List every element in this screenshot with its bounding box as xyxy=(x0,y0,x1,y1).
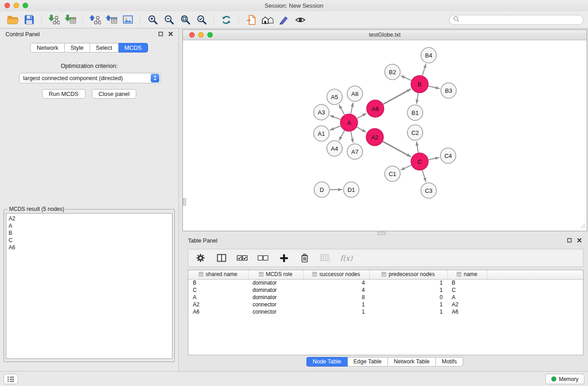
search-box[interactable] xyxy=(449,15,583,25)
function-builder-button[interactable]: f(x) xyxy=(340,252,352,264)
table-cell[interactable]: A xyxy=(188,294,248,301)
mcds-result-item[interactable]: A xyxy=(9,222,170,229)
show-hide-button[interactable] xyxy=(292,13,308,27)
tab-style[interactable]: Style xyxy=(65,43,90,52)
run-mcds-button[interactable]: Run MCDS xyxy=(42,89,86,99)
zoom-out-button[interactable] xyxy=(161,13,177,27)
delete-table-button[interactable] xyxy=(320,252,331,264)
graph-edge[interactable] xyxy=(383,142,411,157)
clone-network-button[interactable] xyxy=(243,13,259,27)
table-cell[interactable]: 1 xyxy=(369,301,447,308)
show-neighbors-button[interactable] xyxy=(259,13,276,27)
mcds-result-item[interactable]: A2 xyxy=(9,215,170,222)
graph-edge[interactable] xyxy=(422,170,426,182)
table-cell-filler[interactable] xyxy=(487,301,583,308)
graph-edge[interactable] xyxy=(351,132,353,143)
graph-node[interactable]: B2 xyxy=(385,64,400,80)
table-cell[interactable]: A2 xyxy=(447,301,487,308)
open-session-button[interactable] xyxy=(5,13,21,27)
graph-edge[interactable] xyxy=(383,89,411,105)
graph-node[interactable]: C4 xyxy=(440,148,456,163)
graph-edge[interactable] xyxy=(330,126,341,130)
table-row[interactable]: Bdominator41B xyxy=(188,279,583,286)
zoom-fit-button[interactable] xyxy=(177,13,193,27)
mcds-result-list[interactable]: A2ABCA6 xyxy=(6,213,172,359)
graph-node[interactable]: A2 xyxy=(366,129,383,146)
close-panel-button[interactable]: Close panel xyxy=(92,89,137,99)
table-cell[interactable]: dominator xyxy=(248,294,303,301)
graph-node[interactable]: A4 xyxy=(327,141,342,156)
add-column-button[interactable] xyxy=(278,252,290,264)
refresh-layout-button[interactable] xyxy=(218,13,234,27)
float-table-panel-icon[interactable] xyxy=(567,238,572,244)
search-input[interactable] xyxy=(462,17,579,23)
deselect-all-button[interactable] xyxy=(257,252,269,264)
graph-node[interactable]: D xyxy=(314,182,330,197)
save-session-button[interactable] xyxy=(21,13,37,27)
mcds-result-item[interactable]: C xyxy=(9,237,170,244)
graph-edge[interactable] xyxy=(429,86,440,88)
delete-column-button[interactable] xyxy=(299,252,311,264)
column-header-mcds-role[interactable]: MCDS role xyxy=(248,270,303,279)
table-settings-button[interactable] xyxy=(195,252,206,264)
table-cell[interactable]: A6 xyxy=(447,308,487,315)
graph-edge[interactable] xyxy=(330,115,341,119)
column-header-name[interactable]: name xyxy=(447,270,487,279)
close-panel-icon[interactable] xyxy=(168,31,173,38)
table-cell[interactable]: C xyxy=(188,286,248,294)
table-cell[interactable]: dominator xyxy=(248,286,303,294)
graph-node[interactable]: A8 xyxy=(347,86,363,101)
tab-mcds[interactable]: MCDS xyxy=(119,43,148,52)
column-header-shared-name[interactable]: shared name xyxy=(188,270,248,279)
graph-node[interactable]: C3 xyxy=(421,183,436,198)
import-network-button[interactable] xyxy=(46,13,62,27)
table-cell-filler[interactable] xyxy=(487,279,583,286)
mcds-result-item[interactable]: B xyxy=(9,229,170,237)
graph-node[interactable]: A3 xyxy=(314,105,329,120)
select-all-button[interactable] xyxy=(236,252,248,264)
table-cell[interactable]: 1 xyxy=(369,279,447,286)
network-canvas[interactable]: B4B2BB3A8A5A6A3B1AC2A1A2A4A7C4CC1DD1C3 xyxy=(183,41,586,230)
table-cell[interactable]: 4 xyxy=(303,286,369,294)
graph-edge[interactable] xyxy=(351,103,353,114)
graph-edge[interactable] xyxy=(357,113,367,118)
table-cell[interactable]: 1 xyxy=(303,301,369,308)
column-header-successor-nodes[interactable]: successor nodes xyxy=(303,270,369,279)
tab-node-table[interactable]: Node Table xyxy=(306,357,348,367)
graph-node[interactable]: C2 xyxy=(407,125,423,140)
graph-edge[interactable] xyxy=(357,127,366,132)
table-cell[interactable]: dominator xyxy=(248,279,303,286)
float-panel-icon[interactable] xyxy=(158,31,163,38)
network-window-titlebar[interactable]: testGlobe.txt xyxy=(183,30,587,40)
tab-network-table[interactable]: Network Table xyxy=(388,357,436,367)
graph-node[interactable]: B3 xyxy=(441,83,456,98)
export-table-button[interactable] xyxy=(103,13,120,27)
table-cell[interactable]: 1 xyxy=(369,308,447,315)
status-menu-button[interactable] xyxy=(4,374,18,384)
graph-node[interactable]: D1 xyxy=(344,182,359,197)
close-table-panel-icon[interactable] xyxy=(577,238,582,244)
resize-grip-icon[interactable] xyxy=(580,223,586,230)
graph-edge[interactable] xyxy=(401,76,411,81)
table-cell[interactable]: A6 xyxy=(188,308,248,315)
graph-edge[interactable] xyxy=(422,64,426,76)
export-network-button[interactable] xyxy=(87,13,103,27)
table-cell[interactable]: 8 xyxy=(303,294,369,301)
tab-select[interactable]: Select xyxy=(90,43,119,52)
graph-edge[interactable] xyxy=(401,165,411,170)
import-table-button[interactable] xyxy=(62,13,78,27)
table-cell[interactable]: C xyxy=(447,286,487,294)
table-cell[interactable]: A2 xyxy=(188,301,248,308)
tab-motifs[interactable]: Motifs xyxy=(436,357,463,367)
table-cell[interactable]: 4 xyxy=(303,279,369,286)
graph-node[interactable]: A1 xyxy=(314,126,329,141)
graph-node[interactable]: A6 xyxy=(367,100,384,117)
splitter-handle[interactable] xyxy=(378,232,386,235)
graph-node[interactable]: B4 xyxy=(421,48,436,63)
zoom-selected-button[interactable] xyxy=(193,13,210,27)
table-row[interactable]: A6connector11A6 xyxy=(188,308,583,315)
table-cell[interactable]: connector xyxy=(248,301,303,308)
graph-node[interactable]: A7 xyxy=(347,144,363,159)
graph-node[interactable]: A5 xyxy=(327,89,342,105)
tab-edge-table[interactable]: Edge Table xyxy=(348,357,388,367)
